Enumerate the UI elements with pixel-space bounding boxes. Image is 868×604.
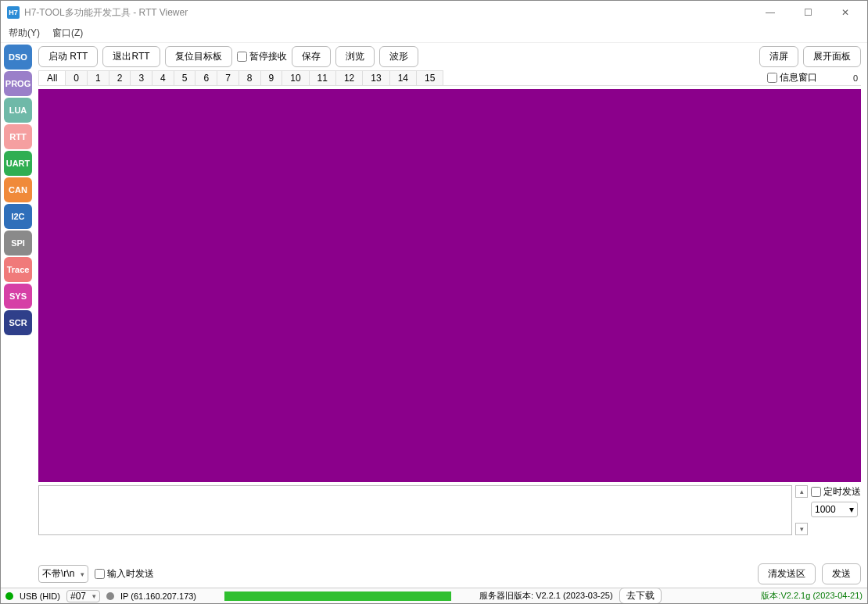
send-on-input-input[interactable] <box>95 569 105 579</box>
send-options-row: 不带\r\n ▾ 输入时发送 清发送区 发送 <box>38 563 861 584</box>
menubar: 帮助(Y) 窗口(Z) <box>1 24 867 43</box>
info-window-checkbox[interactable]: 信息窗口 <box>767 71 817 84</box>
clear-send-button[interactable]: 清发送区 <box>758 563 816 584</box>
tab-ch-3[interactable]: 3 <box>130 70 152 85</box>
sidebar-item-can[interactable]: CAN <box>4 177 32 202</box>
tab-ch-15[interactable]: 15 <box>416 70 443 85</box>
sidebar-item-trace[interactable]: Trace <box>4 257 32 282</box>
interval-select[interactable]: 1000 ▾ <box>811 502 858 517</box>
chevron-down-icon: ▾ <box>849 504 854 515</box>
send-on-input-label: 输入时发送 <box>107 567 154 581</box>
exit-rtt-button[interactable]: 退出RTT <box>102 46 160 67</box>
sidebar-item-lua[interactable]: LUA <box>4 98 32 123</box>
rtt-console[interactable] <box>38 89 861 482</box>
version-text: 版本:V2.2.1g (2023-04-21) <box>761 590 863 602</box>
line-ending-select[interactable]: 不带\r\n ▾ <box>38 565 88 583</box>
tab-ch-8[interactable]: 8 <box>239 70 261 85</box>
window-title: H7-TOOL多功能开发工具 - RTT Viewer <box>24 6 759 20</box>
tab-all[interactable]: All <box>38 70 66 85</box>
statusbar: USB (HID) #07 ▾ IP (61.160.207.173) 服务器旧… <box>1 588 867 603</box>
sidebar: DSOPROGLUARTTUARTCANI2CSPITraceSYSSCR <box>1 43 35 588</box>
menu-help[interactable]: 帮助(Y) <box>9 27 40 40</box>
tab-ch-2[interactable]: 2 <box>109 70 131 85</box>
wave-button[interactable]: 波形 <box>379 46 418 67</box>
tab-ch-4[interactable]: 4 <box>152 70 174 85</box>
sidebar-item-dso[interactable]: DSO <box>4 45 32 70</box>
expand-panel-button[interactable]: 展开面板 <box>803 46 861 67</box>
server-version-text: 服务器旧版本: V2.2.1 (2023-03-25) <box>479 590 613 602</box>
browse-button[interactable]: 浏览 <box>335 46 375 67</box>
save-button[interactable]: 保存 <box>292 46 331 67</box>
unit-value: #07 <box>70 591 86 602</box>
line-ending-value: 不带\r\n <box>42 567 74 581</box>
scroll-down-icon[interactable]: ▾ <box>795 523 808 535</box>
tab-ch-12[interactable]: 12 <box>335 70 363 85</box>
start-rtt-button[interactable]: 启动 RTT <box>38 46 98 67</box>
titlebar: H7 H7-TOOL多功能开发工具 - RTT Viewer — ☐ ✕ <box>1 1 867 24</box>
tab-ch-11[interactable]: 11 <box>309 70 336 85</box>
send-area: ▴ ▾ 定时发送 1000 ▾ <box>38 485 861 560</box>
pause-receive-input[interactable] <box>237 52 247 62</box>
maximize-button[interactable]: ☐ <box>797 7 819 18</box>
tab-ch-14[interactable]: 14 <box>389 70 417 85</box>
sidebar-item-sys[interactable]: SYS <box>4 284 32 309</box>
clear-screen-button[interactable]: 清屏 <box>759 46 798 67</box>
tab-ch-0[interactable]: 0 <box>65 70 88 85</box>
tab-ch-5[interactable]: 5 <box>174 70 196 85</box>
pause-receive-label: 暂停接收 <box>249 50 287 63</box>
sidebar-item-prog[interactable]: PROG <box>4 71 32 96</box>
info-window-label: 信息窗口 <box>780 71 817 84</box>
send-input[interactable] <box>38 485 792 535</box>
send-button[interactable]: 发送 <box>822 563 861 584</box>
tab-ch-7[interactable]: 7 <box>217 70 239 85</box>
sidebar-item-spi[interactable]: SPI <box>4 231 32 256</box>
content-area: 启动 RTT 退出RTT 复位目标板 暂停接收 保存 浏览 波形 清屏 展开面板… <box>35 43 867 588</box>
scroll-up-icon[interactable]: ▴ <box>795 485 808 498</box>
ip-text: IP (61.160.207.173) <box>120 591 196 601</box>
channel-tabs: All 0123456789101112131415 信息窗口 0 <box>38 70 861 86</box>
byte-count: 0 <box>822 73 858 83</box>
timed-send-label: 定时发送 <box>823 485 861 499</box>
toolbar: 启动 RTT 退出RTT 复位目标板 暂停接收 保存 浏览 波形 清屏 展开面板 <box>38 46 861 67</box>
usb-status-text: USB (HID) <box>20 591 60 601</box>
chevron-down-icon: ▾ <box>92 592 96 600</box>
app-icon: H7 <box>7 6 20 19</box>
tab-ch-10[interactable]: 10 <box>282 70 309 85</box>
reset-target-button[interactable]: 复位目标板 <box>165 46 232 67</box>
unit-select[interactable]: #07 ▾ <box>66 590 100 602</box>
usb-status-icon <box>5 592 13 600</box>
tab-ch-6[interactable]: 6 <box>195 70 217 85</box>
sidebar-item-scr[interactable]: SCR <box>4 310 32 335</box>
tab-ch-1[interactable]: 1 <box>87 70 109 85</box>
send-on-input-checkbox[interactable]: 输入时发送 <box>95 567 154 581</box>
interval-value: 1000 <box>815 504 836 515</box>
pause-receive-checkbox[interactable]: 暂停接收 <box>237 50 287 63</box>
tab-ch-9[interactable]: 9 <box>260 70 283 85</box>
progress-bar <box>224 591 451 601</box>
sidebar-item-rtt[interactable]: RTT <box>4 124 32 149</box>
close-button[interactable]: ✕ <box>834 7 856 18</box>
send-scroll[interactable]: ▴ ▾ <box>795 485 808 560</box>
timed-send-input[interactable] <box>811 487 821 497</box>
tab-ch-13[interactable]: 13 <box>362 70 389 85</box>
download-button[interactable]: 去下载 <box>619 588 662 604</box>
chevron-down-icon: ▾ <box>81 570 84 578</box>
sidebar-item-i2c[interactable]: I2C <box>4 204 32 229</box>
ip-status-icon <box>106 592 114 600</box>
info-window-input[interactable] <box>767 73 777 83</box>
menu-window[interactable]: 窗口(Z) <box>52 27 83 40</box>
minimize-button[interactable]: — <box>759 7 781 18</box>
timed-send-checkbox[interactable]: 定时发送 <box>811 485 861 499</box>
sidebar-item-uart[interactable]: UART <box>4 151 32 176</box>
